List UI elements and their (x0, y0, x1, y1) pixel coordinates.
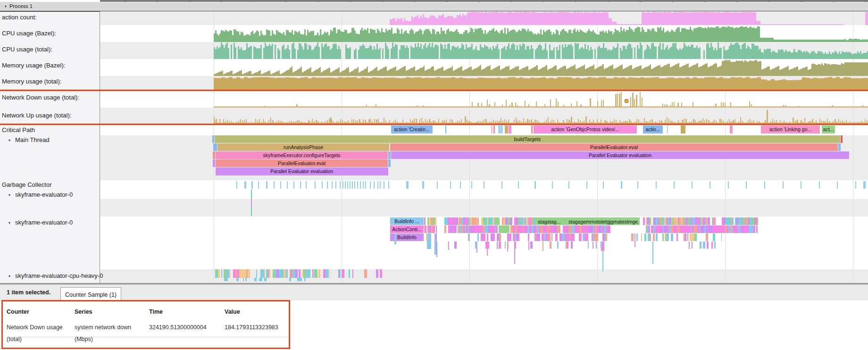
gc-event-tick[interactable] (484, 181, 484, 189)
main-thread-slice-skyframeexecutor-configuretargets[interactable]: skyframeExecutor.configureTargets (216, 151, 388, 159)
flame-stripe[interactable] (289, 278, 291, 281)
track-band[interactable] (100, 190, 868, 199)
flame-stripe[interactable] (229, 269, 230, 278)
flame-stripe[interactable] (593, 242, 593, 249)
flame-stripe[interactable] (475, 242, 477, 249)
flame-stripe[interactable] (245, 278, 247, 281)
gc-event-tick[interactable] (347, 181, 348, 189)
flame-stripe[interactable] (243, 278, 244, 281)
flame-stripe[interactable] (667, 233, 669, 241)
flame-stripe[interactable] (435, 233, 437, 241)
evaluator-drip[interactable] (689, 242, 690, 249)
flame-stripe[interactable] (711, 242, 713, 249)
flame-stripe[interactable] (380, 269, 382, 278)
track-band[interactable] (100, 199, 868, 217)
gc-event-tick[interactable] (384, 181, 384, 189)
critical-path-slice-sliver[interactable] (498, 125, 503, 133)
gc-event-tick[interactable] (293, 181, 294, 189)
flame-stripe[interactable] (264, 278, 267, 281)
flame-stripe[interactable] (484, 233, 485, 241)
flame-stripe[interactable] (580, 233, 582, 241)
flame-stripe[interactable] (732, 217, 734, 225)
flame-stripe[interactable] (221, 269, 222, 278)
flame-stripe[interactable] (708, 217, 710, 225)
flame-stripe[interactable] (588, 242, 589, 249)
flame-stripe[interactable] (601, 242, 602, 249)
evaluator-drip[interactable] (652, 242, 653, 264)
counter-track-cpu-total[interactable] (100, 42, 868, 59)
counter-track-mem-bazel[interactable] (100, 59, 868, 76)
track-band[interactable] (100, 124, 868, 135)
gc-event-tick[interactable] (692, 181, 693, 189)
flame-stripe[interactable] (721, 233, 722, 241)
track-label-skyframe-evaluator-cpu-heavy-0[interactable]: ▾skyframe-evaluator-cpu-heavy-0 (2, 272, 103, 279)
gc-event-tick[interactable] (837, 181, 838, 189)
gc-event-tick[interactable] (370, 181, 371, 189)
flame-stripe[interactable] (703, 242, 705, 249)
flame-stripe[interactable] (264, 269, 265, 278)
critical-path-slice-sliver[interactable] (531, 125, 533, 133)
evaluator-drip[interactable] (497, 242, 498, 249)
flame-stripe[interactable] (499, 242, 501, 249)
evaluator-drip[interactable] (448, 242, 449, 250)
flame-stripe[interactable] (535, 217, 535, 225)
flame-stripe[interactable] (528, 233, 529, 241)
critical-path-slice-action-genobjcprotos-video[interactable]: action 'GenObjcProtos video/... (534, 125, 637, 133)
tab-counter-sample[interactable]: Counter Sample (1) (60, 287, 121, 301)
gc-event-tick[interactable] (236, 181, 237, 189)
critical-path-slice-action-creatin[interactable]: action 'Creatin... (391, 125, 433, 133)
critical-path-slice-sliver[interactable] (505, 125, 508, 133)
gc-event-tick[interactable] (388, 181, 389, 189)
flame-stripe[interactable] (295, 269, 298, 278)
critical-path-slice-sliver[interactable] (509, 125, 511, 133)
flame-stripe[interactable] (366, 269, 367, 278)
flame-stripe[interactable] (304, 278, 306, 281)
flame-stripe[interactable] (477, 217, 479, 225)
gc-event-tick[interactable] (342, 181, 343, 189)
gc-event-tick[interactable] (709, 181, 710, 189)
flame-stripe[interactable] (706, 233, 708, 241)
gc-event-tick[interactable] (266, 181, 267, 189)
main-thread-slice-sliver[interactable] (841, 135, 843, 143)
gc-event-tick[interactable] (568, 181, 569, 189)
gc-event-tick[interactable] (674, 181, 675, 189)
main-thread-slice-parallel-evaluator-evaluation[interactable]: Parallel Evaluator evaluation (391, 151, 849, 159)
main-thread-slice-sliver[interactable] (388, 159, 391, 167)
gc-event-tick[interactable] (244, 181, 246, 189)
flame-stripe[interactable] (225, 278, 228, 281)
gc-event-tick[interactable] (251, 181, 253, 189)
gc-event-tick[interactable] (552, 181, 553, 189)
main-thread-slice-sliver[interactable] (212, 135, 214, 143)
main-thread-slice-parallel-evaluator-evaluation[interactable]: Parallel Evaluator evaluation (216, 167, 388, 175)
flame-stripe[interactable] (326, 269, 329, 278)
flame-stripe[interactable] (651, 217, 651, 225)
flame-stripe[interactable] (687, 233, 688, 241)
gc-event-tick[interactable] (354, 181, 355, 189)
critical-path-slice-sliver[interactable] (445, 125, 446, 133)
flame-stripe[interactable] (487, 242, 489, 249)
flame-stripe[interactable] (497, 217, 500, 225)
gc-event-tick[interactable] (274, 181, 275, 189)
evaluator-drip[interactable] (542, 242, 543, 251)
evaluator-slice-actionconti[interactable]: ActionConti... (390, 225, 424, 233)
gc-event-tick[interactable] (327, 181, 328, 189)
main-thread-slice-runanalysisphase[interactable]: runAnalysisPhase (217, 143, 389, 151)
gc-event-tick[interactable] (345, 181, 346, 189)
gc-event-tick[interactable] (357, 181, 358, 189)
flame-stripe[interactable] (469, 233, 470, 241)
evaluator-drip[interactable] (394, 233, 396, 244)
flame-stripe[interactable] (477, 233, 479, 241)
gc-event-tick[interactable] (422, 181, 424, 189)
evaluator-slice-buildinfo[interactable]: BuildInfo ... (390, 217, 424, 225)
flame-stripe[interactable] (454, 242, 457, 249)
flame-stripe[interactable] (218, 269, 220, 278)
flame-stripe[interactable] (713, 233, 715, 241)
flame-stripe[interactable] (707, 242, 709, 249)
flame-stripe[interactable] (454, 225, 457, 233)
flame-stripe[interactable] (650, 233, 651, 241)
gc-event-tick[interactable] (783, 181, 784, 189)
gc-event-tick[interactable] (360, 181, 361, 189)
critical-path-slice-sliver[interactable] (681, 125, 685, 133)
gc-event-tick[interactable] (621, 181, 622, 189)
flame-stripe[interactable] (435, 217, 436, 225)
